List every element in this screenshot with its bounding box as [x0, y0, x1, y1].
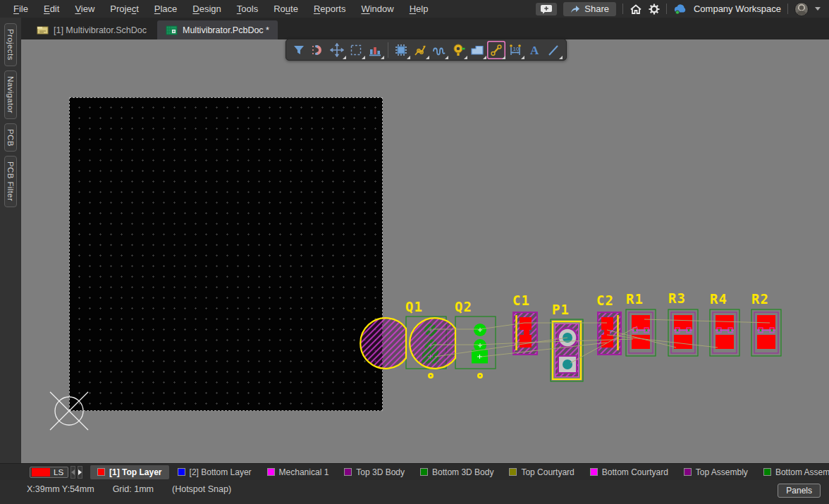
- layer-color-swatch: [267, 468, 275, 476]
- grid-setting: Grid: 1mm: [113, 484, 154, 494]
- toolbar-separator: [388, 42, 388, 58]
- string-icon-glyph: A: [530, 44, 539, 57]
- sidebar-tab-pcb[interactable]: PCB: [4, 123, 17, 152]
- component-r1[interactable]: [626, 309, 656, 356]
- place-via-icon[interactable]: [449, 41, 467, 59]
- pad[interactable]: [601, 335, 613, 348]
- pad[interactable]: [716, 315, 734, 329]
- component-r2[interactable]: [751, 309, 781, 356]
- doc-tab-label: Multivibrator.PcbDoc *: [183, 25, 269, 35]
- layer-sets-label: LS: [54, 468, 63, 477]
- align-bars-icon[interactable]: [366, 41, 384, 59]
- menu-design[interactable]: Design: [185, 0, 228, 18]
- menu-bar: FileEditViewProjectPlaceDesignToolsRoute…: [0, 0, 829, 18]
- sidebar-tab-navigator[interactable]: Navigator: [4, 70, 17, 119]
- menu-view[interactable]: View: [67, 0, 102, 18]
- designator-r1: R1: [626, 291, 644, 307]
- interactive-route-icon[interactable]: [411, 41, 429, 59]
- layer-tab-bottom-courtyard[interactable]: Bottom Courtyard: [583, 465, 675, 479]
- pad[interactable]: [716, 335, 734, 349]
- layer-tab-top-assembly[interactable]: Top Assembly: [677, 465, 755, 479]
- pcb-objects-layer: Q1 Q2 C1 P1 C2 R1 R3 R4 R2: [21, 39, 829, 463]
- menu-help[interactable]: Help: [402, 0, 436, 18]
- home-icon[interactable]: [630, 4, 642, 15]
- component-p1[interactable]: [551, 319, 583, 381]
- place-string-icon[interactable]: A: [525, 41, 544, 59]
- pad[interactable]: [757, 335, 775, 349]
- menu-file[interactable]: File: [6, 0, 36, 18]
- cloud-connected-icon: [673, 4, 687, 15]
- layer-tab-top-3d-body[interactable]: Top 3D Body: [337, 465, 412, 479]
- gear-icon[interactable]: [649, 4, 660, 15]
- layer-sets-button[interactable]: LS: [30, 467, 68, 478]
- sidebar-tab-projects[interactable]: Projects: [4, 23, 17, 66]
- component-r3[interactable]: [668, 309, 698, 356]
- magnet-snap-icon[interactable]: [309, 41, 327, 59]
- menu-reports[interactable]: Reports: [306, 0, 354, 18]
- menu-place[interactable]: Place: [147, 0, 185, 18]
- designators: Q1 Q2 C1 P1 C2 R1 R3 R4 R2: [405, 290, 769, 317]
- place-component-icon[interactable]: [392, 41, 410, 59]
- silkscreen-body: [410, 318, 455, 369]
- layer-tab-label: Bottom 3D Body: [432, 467, 493, 477]
- place-line-icon[interactable]: [487, 41, 505, 59]
- status-bar: X:39mm Y:54mm Grid: 1mm (Hotspot Snap) P…: [0, 480, 829, 504]
- designator-p1: P1: [552, 302, 570, 317]
- component-c1[interactable]: [513, 312, 537, 355]
- tune-meander-icon[interactable]: [430, 41, 448, 59]
- filter-icon[interactable]: [290, 41, 308, 59]
- panels-button[interactable]: Panels: [778, 484, 821, 498]
- share-label: Share: [584, 4, 609, 14]
- select-area-icon[interactable]: [347, 41, 365, 59]
- layer-tab-2-bottom-layer[interactable]: [2] Bottom Layer: [171, 465, 259, 479]
- scroll-layers-right-button[interactable]: [78, 466, 82, 479]
- doc-tab-schdoc[interactable]: [1] Multivibrator.SchDoc: [28, 20, 155, 39]
- layer-tab-label: [1] Top Layer: [109, 467, 161, 477]
- caret-down-icon[interactable]: [815, 7, 821, 11]
- layer-tab-top-courtyard[interactable]: Top Courtyard: [502, 465, 581, 479]
- document-tab-bar: [1] Multivibrator.SchDoc Multivibrator.P…: [21, 18, 829, 39]
- sidebar-tab-pcb-filter[interactable]: PCB Filter: [4, 156, 17, 207]
- menu-window[interactable]: Window: [353, 0, 401, 18]
- scroll-layers-left-button[interactable]: [70, 466, 75, 479]
- place-polygon-icon[interactable]: [468, 41, 486, 59]
- comment-plus-icon: [540, 4, 553, 14]
- layer-color-swatch: [420, 468, 428, 476]
- layer-tab-bottom-3d-body[interactable]: Bottom 3D Body: [413, 465, 501, 479]
- layer-tab-mechanical-1[interactable]: Mechanical 1: [260, 465, 336, 479]
- pad[interactable]: [601, 317, 613, 330]
- pad[interactable]: [674, 315, 692, 329]
- layer-color-swatch: [509, 468, 517, 476]
- component-r4[interactable]: [710, 309, 739, 356]
- designator-c2: C2: [596, 293, 614, 308]
- menu-tools[interactable]: Tools: [229, 0, 266, 18]
- doc-tab-pcbdoc[interactable]: Multivibrator.PcbDoc *: [157, 20, 278, 39]
- layer-tab-label: [2] Bottom Layer: [190, 467, 252, 477]
- layer-tab-bottom-assembly[interactable]: Bottom Assembly: [756, 465, 829, 479]
- workspace-label[interactable]: Company Workspace: [694, 4, 781, 14]
- snap-status: (Hotspot Snap): [172, 484, 231, 494]
- comment-button[interactable]: [536, 3, 557, 16]
- menu-route[interactable]: Route: [266, 0, 306, 18]
- menu-project[interactable]: Project: [102, 0, 146, 18]
- place-dimension-icon[interactable]: 10: [506, 41, 524, 59]
- layer-tab-label: Bottom Courtyard: [602, 467, 668, 477]
- menu-edit[interactable]: Edit: [36, 0, 67, 18]
- pad[interactable]: [757, 315, 775, 329]
- component-c2[interactable]: [598, 312, 621, 355]
- layer-tab-1-top-layer[interactable]: [1] Top Layer: [90, 465, 168, 479]
- pad[interactable]: [674, 335, 692, 349]
- layer-tab-label: Top 3D Body: [356, 467, 405, 477]
- resistor-footprints: [626, 309, 781, 356]
- place-keepout-line-icon[interactable]: [544, 41, 563, 59]
- pad[interactable]: [632, 315, 650, 329]
- move-crosshair-icon[interactable]: [328, 41, 346, 59]
- layer-color-swatch: [763, 468, 771, 476]
- component-q2[interactable]: [410, 316, 496, 379]
- pcb-canvas[interactable]: Q1 Q2 C1 P1 C2 R1 R3 R4 R2: [21, 39, 829, 463]
- layer-tab-bar: LS [1] Top Layer[2] Bottom LayerMechanic…: [0, 463, 829, 480]
- designator-r4: R4: [710, 291, 727, 307]
- share-button[interactable]: Share: [563, 2, 616, 16]
- pad[interactable]: [520, 335, 532, 348]
- user-avatar[interactable]: [794, 2, 809, 16]
